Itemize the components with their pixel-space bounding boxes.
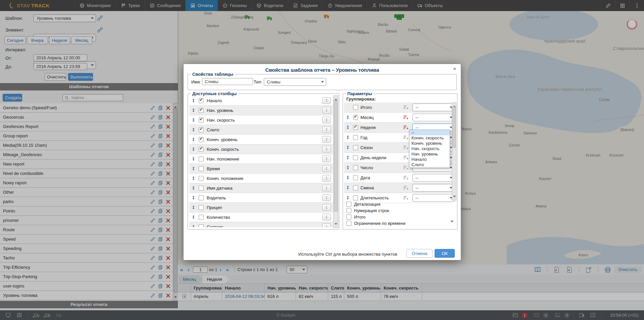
- move-column-icon[interactable]: [191, 195, 196, 200]
- grouping-select[interactable]: --: [412, 114, 455, 121]
- rename-column-button[interactable]: [322, 126, 331, 133]
- grouping-checkbox[interactable]: [353, 165, 358, 170]
- grouping-checkbox[interactable]: [353, 125, 358, 130]
- move-row-icon[interactable]: [346, 115, 350, 120]
- rename-column-button[interactable]: [322, 214, 331, 220]
- rename-column-button[interactable]: [322, 146, 331, 152]
- column-row[interactable]: Нач. уровень: [189, 106, 333, 115]
- column-checkbox[interactable]: [199, 215, 204, 220]
- grouping-checkbox[interactable]: [353, 115, 358, 120]
- move-column-icon[interactable]: [191, 176, 196, 181]
- dropdown-option[interactable]: Слито: [409, 162, 450, 168]
- column-checkbox[interactable]: [199, 205, 204, 210]
- column-row[interactable]: Нач. положение: [189, 154, 333, 164]
- dropdown-option[interactable]: Конеч. скорость: [409, 135, 450, 141]
- sort-order-icon[interactable]: [403, 135, 408, 140]
- dropdown-option[interactable]: Конеч. уровень: [409, 141, 450, 146]
- grouping-select[interactable]: --: [412, 194, 455, 202]
- sort-order-icon[interactable]: [403, 175, 408, 180]
- option-row[interactable]: Детализация: [346, 201, 405, 207]
- grouping-checkbox[interactable]: [353, 195, 358, 200]
- move-column-icon[interactable]: [191, 156, 196, 162]
- sort-order-icon[interactable]: [403, 105, 408, 110]
- move-column-icon[interactable]: [191, 137, 196, 142]
- column-row[interactable]: Нач. скорость: [189, 115, 333, 125]
- column-row[interactable]: Время: [189, 164, 333, 174]
- grouping-select[interactable]: --: [412, 174, 455, 182]
- column-checkbox[interactable]: [199, 98, 204, 103]
- sort-order-icon[interactable]: [403, 145, 408, 150]
- column-checkbox[interactable]: [199, 195, 204, 200]
- grouping-checkbox[interactable]: [353, 155, 358, 160]
- move-row-icon[interactable]: [346, 195, 350, 200]
- column-checkbox[interactable]: [199, 176, 204, 181]
- column-checkbox[interactable]: [199, 186, 204, 191]
- column-checkbox[interactable]: [199, 156, 204, 162]
- scroll-down-icon[interactable]: [453, 196, 456, 199]
- column-row[interactable]: Конеч. скорость: [189, 144, 333, 154]
- grouping-select[interactable]: --: [412, 104, 455, 111]
- column-row[interactable]: Конеч. положение: [189, 174, 333, 183]
- sort-order-icon[interactable]: [403, 155, 408, 160]
- move-row-icon[interactable]: [346, 175, 350, 180]
- column-checkbox[interactable]: [199, 118, 204, 123]
- rename-column-button[interactable]: [322, 107, 331, 114]
- columns-scrollbar[interactable]: [333, 95, 338, 228]
- move-column-icon[interactable]: [191, 205, 196, 210]
- column-row[interactable]: Счетчик: [189, 222, 333, 227]
- move-column-icon[interactable]: [191, 166, 196, 171]
- rename-column-button[interactable]: [322, 194, 331, 201]
- move-column-icon[interactable]: [191, 98, 196, 103]
- ok-button[interactable]: ОК: [435, 249, 455, 258]
- column-checkbox[interactable]: [199, 137, 204, 142]
- move-column-icon[interactable]: [191, 146, 196, 152]
- rename-column-button[interactable]: [322, 204, 331, 211]
- grouping-checkbox[interactable]: [353, 185, 358, 190]
- scroll-thumb[interactable]: [452, 107, 456, 148]
- option-checkbox[interactable]: [346, 202, 351, 207]
- move-row-icon[interactable]: [346, 155, 350, 160]
- move-row-icon[interactable]: [346, 165, 350, 170]
- scroll-up-icon[interactable]: [335, 97, 337, 100]
- move-row-icon[interactable]: [346, 185, 350, 190]
- column-row[interactable]: Количество: [189, 212, 333, 222]
- column-checkbox[interactable]: [199, 147, 204, 152]
- rename-column-button[interactable]: [322, 165, 331, 172]
- cancel-button[interactable]: Отмена: [406, 249, 433, 258]
- params-scrollbar[interactable]: [452, 103, 456, 200]
- move-column-icon[interactable]: [191, 185, 196, 191]
- move-column-icon[interactable]: [191, 127, 196, 132]
- rename-column-button[interactable]: [322, 155, 331, 162]
- column-checkbox[interactable]: [199, 127, 204, 132]
- grouping-checkbox[interactable]: [353, 135, 358, 140]
- column-row[interactable]: Слито: [189, 125, 333, 135]
- rename-column-button[interactable]: [322, 185, 331, 191]
- grouping-row[interactable]: Дата--: [344, 173, 451, 183]
- column-row[interactable]: Прицеп: [189, 203, 333, 212]
- grouping-select[interactable]: --: [412, 184, 455, 192]
- sort-order-icon[interactable]: [403, 185, 408, 190]
- column-checkbox[interactable]: [199, 225, 204, 228]
- grouping-checkbox[interactable]: [353, 105, 358, 110]
- table-type-select[interactable]: Сливы: [264, 78, 326, 86]
- move-column-icon[interactable]: [191, 117, 196, 123]
- sort-order-icon[interactable]: [403, 125, 408, 130]
- grouping-checkbox[interactable]: [353, 145, 358, 150]
- option-row[interactable]: Нумерация строк: [346, 207, 405, 214]
- dropdown-option[interactable]: Нач. скорость: [409, 146, 450, 151]
- option-checkbox[interactable]: [346, 221, 351, 226]
- option-checkbox[interactable]: [346, 208, 351, 213]
- option-row[interactable]: Ограничение по времени: [346, 220, 405, 227]
- dropdown-option[interactable]: Начало: [409, 157, 450, 162]
- move-column-icon[interactable]: [191, 224, 196, 227]
- grouping-row[interactable]: Итого--: [344, 103, 451, 113]
- options-scroll-down-icon[interactable]: [450, 220, 454, 224]
- move-column-icon[interactable]: [191, 214, 196, 220]
- sort-order-icon[interactable]: [403, 165, 408, 170]
- option-row[interactable]: Итого: [346, 214, 405, 220]
- column-row[interactable]: Имя датчика: [189, 183, 333, 193]
- close-icon[interactable]: ×: [453, 66, 456, 72]
- rename-column-button[interactable]: [322, 97, 331, 104]
- sort-order-icon[interactable]: [403, 195, 408, 200]
- column-checkbox[interactable]: [199, 108, 204, 113]
